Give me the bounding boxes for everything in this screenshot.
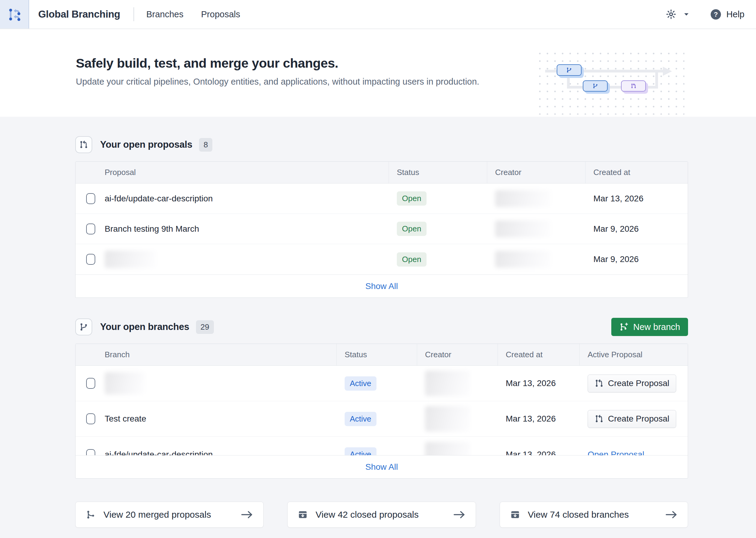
proposal-name: ai-fde/update-car-description <box>105 194 213 203</box>
proposal-name: Branch testing 9th March <box>105 224 199 234</box>
page-title: Global Branching <box>38 9 120 20</box>
redacted-creator <box>495 190 551 207</box>
merged-proposals-card[interactable]: View 20 merged proposals <box>75 502 263 528</box>
created-at: Mar 13, 2026 <box>506 378 556 388</box>
arrow-right-icon <box>665 511 677 519</box>
column-header-status: Status <box>337 344 417 365</box>
create-proposal-button[interactable]: Create Proposal <box>588 375 676 393</box>
created-at: Mar 9, 2026 <box>593 254 639 264</box>
column-header-created-at: Created at <box>498 344 580 365</box>
column-header-status: Status <box>389 162 487 183</box>
proposals-table-body: ai-fde/update-car-description Open Mar 1… <box>76 184 688 274</box>
branches-section-title: Your open branches <box>100 321 189 332</box>
show-all-link[interactable]: Show All <box>365 282 398 291</box>
branches-table-body: Active Mar 13, 2026 Creat <box>76 366 688 455</box>
created-at: Mar 13, 2026 <box>506 450 556 456</box>
column-header-proposal: Proposal <box>76 162 389 183</box>
status-badge: Open <box>397 191 427 206</box>
create-proposal-button[interactable]: Create Proposal <box>588 410 676 428</box>
help-icon: ? <box>710 9 722 20</box>
help-label: Help <box>726 9 744 20</box>
proposals-count-badge: 8 <box>199 138 212 152</box>
pull-request-icon <box>595 379 604 388</box>
branch-row[interactable]: Active Mar 13, 2026 Creat <box>76 366 688 401</box>
open-proposal-link[interactable]: Open Proposal <box>588 450 644 456</box>
branch-row[interactable]: Test create Active Mar 13, 2026 <box>76 401 688 437</box>
flow-arrowhead <box>663 67 672 76</box>
pull-request-icon <box>595 414 604 423</box>
status-badge: Active <box>345 447 377 455</box>
new-branch-button[interactable]: New branch <box>611 318 688 336</box>
card-label: View 42 closed proposals <box>316 510 419 520</box>
row-checkbox[interactable] <box>86 449 95 456</box>
proposal-node-icon <box>621 81 646 91</box>
column-header-creator: Creator <box>417 344 498 365</box>
status-badge: Active <box>345 412 377 426</box>
card-label: View 74 closed branches <box>528 510 629 520</box>
branch-plus-icon <box>619 322 628 332</box>
show-all-link[interactable]: Show All <box>365 462 398 472</box>
nav-link-proposals[interactable]: Proposals <box>201 9 240 20</box>
create-proposal-label: Create Proposal <box>608 414 669 424</box>
row-checkbox[interactable] <box>86 413 95 424</box>
row-checkbox[interactable] <box>86 224 95 235</box>
branch-name: ai-fde/update-car-description <box>105 450 213 456</box>
proposal-row[interactable]: Branch testing 9th March Open Mar 9, 202… <box>76 214 688 244</box>
proposals-section-title: Your open proposals <box>100 139 192 150</box>
column-header-created-at: Created at <box>586 162 688 183</box>
redacted-proposal-name <box>105 250 156 268</box>
row-checkbox[interactable] <box>86 193 95 204</box>
footer-cards: View 20 merged proposals View 42 closed … <box>75 502 688 528</box>
branching-logo-icon <box>6 6 22 22</box>
main-content: Your open proposals 8 Proposal Status Cr… <box>75 135 688 528</box>
redacted-branch-name <box>105 372 145 395</box>
branches-section-header: Your open branches 29 New branch <box>75 318 688 336</box>
branches-count-badge: 29 <box>196 320 214 334</box>
proposals-section-icon-tile <box>75 136 92 153</box>
closed-proposals-card[interactable]: View 42 closed proposals <box>287 502 476 528</box>
redacted-creator <box>425 406 471 432</box>
arrow-right-icon <box>241 511 253 519</box>
proposal-row[interactable]: Open Mar 9, 2026 <box>76 244 688 274</box>
row-checkbox[interactable] <box>86 254 95 265</box>
row-checkbox[interactable] <box>86 378 95 389</box>
arrow-right-icon <box>453 511 465 519</box>
branch-icon <box>79 322 88 332</box>
app-logo[interactable] <box>0 0 29 28</box>
branch-row-clipped[interactable]: ai-fde/update-car-description Active Mar… <box>76 437 688 455</box>
redacted-creator <box>495 251 551 268</box>
status-badge: Active <box>345 376 377 391</box>
flow-connector-right <box>655 72 658 87</box>
column-header-creator: Creator <box>487 162 586 183</box>
redacted-creator <box>425 371 471 396</box>
branch-node-icon <box>557 64 582 76</box>
nav-divider <box>134 7 134 21</box>
branches-table: Branch Status Creator Created at Active … <box>75 344 688 479</box>
sun-icon <box>666 9 676 20</box>
proposal-row[interactable]: ai-fde/update-car-description Open Mar 1… <box>76 184 688 214</box>
chevron-down-icon <box>684 13 689 16</box>
branches-section-icon-tile <box>75 318 92 335</box>
column-header-active-proposal: Active Proposal <box>580 344 688 365</box>
branch-name: Test create <box>105 414 146 424</box>
branches-show-all-row: Show All <box>76 455 688 478</box>
branches-table-header: Branch Status Creator Created at Active … <box>76 344 688 366</box>
proposals-show-all-row: Show All <box>76 274 688 297</box>
card-label: View 20 merged proposals <box>103 510 211 520</box>
svg-text:?: ? <box>714 11 718 18</box>
archive-icon <box>510 510 520 519</box>
created-at: Mar 9, 2026 <box>593 224 639 234</box>
merge-icon <box>86 510 95 519</box>
theme-toggle[interactable] <box>666 9 689 20</box>
pull-request-icon <box>79 140 88 149</box>
create-proposal-label: Create Proposal <box>608 378 669 388</box>
column-header-branch: Branch <box>76 344 337 365</box>
new-branch-label: New branch <box>633 322 680 332</box>
nav-right: ? Help <box>666 9 756 20</box>
proposals-table-header: Proposal Status Creator Created at <box>76 162 688 184</box>
redacted-creator <box>495 221 551 238</box>
closed-branches-card[interactable]: View 74 closed branches <box>500 502 688 528</box>
help-button[interactable]: ? Help <box>710 9 744 20</box>
nav-link-branches[interactable]: Branches <box>146 9 184 20</box>
created-at: Mar 13, 2026 <box>593 194 643 203</box>
